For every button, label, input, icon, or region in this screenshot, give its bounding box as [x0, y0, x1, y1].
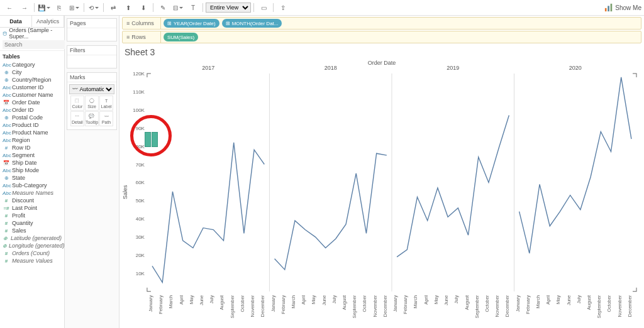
presentation-button[interactable]: ▭ — [257, 1, 270, 14]
field-product-name[interactable]: AbcProduct Name — [0, 129, 64, 136]
pages-card[interactable]: Pages — [67, 18, 117, 41]
labels-button[interactable]: T — [186, 1, 200, 14]
field-product-id[interactable]: AbcProduct ID — [0, 121, 64, 129]
svg-text:February: February — [280, 295, 286, 314]
field-longitude-generated-[interactable]: ⊕Longitude (generated) — [0, 242, 64, 249]
mark-path[interactable]: 〰Path — [99, 111, 113, 126]
tab-analytics[interactable]: Analytics — [32, 16, 64, 27]
svg-text:September: September — [230, 295, 235, 318]
field-profit[interactable]: #Profit — [0, 212, 64, 219]
svg-text:October: October — [362, 295, 367, 312]
field-city[interactable]: ⊕City — [0, 68, 64, 76]
field-type-icon: =# — [3, 205, 10, 211]
data-pane: Data Analytics Orders (Sample - Super...… — [0, 16, 65, 328]
svg-text:May: May — [433, 295, 439, 304]
svg-text:February: February — [158, 295, 164, 314]
field-order-date[interactable]: 📅Order Date — [0, 99, 64, 106]
field-postal-code[interactable]: ⊕Postal Code — [0, 114, 64, 121]
field-type-icon: Abc — [3, 190, 10, 196]
svg-text:80K: 80K — [136, 144, 145, 150]
field-country-region[interactable]: ⊕Country/Region — [0, 76, 64, 84]
field-type-icon: Abc — [3, 62, 10, 68]
group-button[interactable]: ⊟ — [171, 1, 185, 14]
show-me-button[interactable]: Show Me — [604, 3, 641, 12]
svg-text:April: April — [545, 295, 551, 304]
svg-text:March: March — [413, 295, 419, 309]
x-axis-title: Order Date — [368, 60, 396, 66]
field-ship-date[interactable]: 📅Ship Date — [0, 159, 64, 167]
svg-text:October: October — [607, 295, 613, 312]
worksheet-area: ≡Columns ⊞YEAR(Order Date) ⊞MONTH(Order … — [119, 16, 644, 328]
mark-color[interactable]: ⬚Color — [70, 96, 84, 111]
field-discount[interactable]: #Discount — [0, 197, 64, 204]
svg-text:January: January — [270, 295, 276, 312]
field-region[interactable]: AbcRegion — [0, 136, 64, 144]
sheet-title[interactable]: Sheet 3 — [119, 45, 644, 60]
field-quantity[interactable]: #Quantity — [0, 219, 64, 227]
sort-desc-button[interactable]: ⬇ — [136, 1, 150, 14]
field-type-icon: Abc — [3, 107, 10, 113]
field-sales[interactable]: #Sales — [0, 227, 64, 234]
fit-select[interactable]: Entire View — [206, 3, 251, 13]
back-button[interactable]: ← — [3, 1, 16, 14]
field-latitude-generated-[interactable]: ⊕Latitude (generated) — [0, 234, 64, 242]
columns-icon: ≡ — [126, 20, 130, 26]
clear-button[interactable]: ⟲ — [87, 1, 101, 14]
forward-button[interactable]: → — [18, 1, 31, 14]
svg-text:110K: 110K — [133, 89, 145, 95]
datasource-label: Orders (Sample - Super... — [9, 27, 62, 40]
svg-text:60K: 60K — [136, 180, 145, 185]
mark-detail[interactable]: ⋯Detail — [70, 111, 84, 126]
new-worksheet-button[interactable]: ⊞ — [67, 1, 81, 14]
field-type-icon: # — [3, 258, 10, 264]
svg-text:2019: 2019 — [447, 65, 459, 71]
tab-data[interactable]: Data — [0, 16, 32, 27]
svg-text:April: April — [179, 295, 184, 304]
svg-text:20K: 20K — [136, 253, 145, 258]
field-category[interactable]: AbcCategory — [0, 61, 64, 68]
mark-tooltip[interactable]: 💬Tooltip — [85, 111, 99, 126]
svg-text:January: January — [392, 295, 398, 312]
field-ship-mode[interactable]: AbcShip Mode — [0, 167, 64, 174]
save-button[interactable]: 💾 — [37, 1, 51, 14]
svg-text:March: March — [291, 295, 296, 309]
field-type-icon: 📅 — [3, 160, 10, 166]
svg-text:10K: 10K — [136, 271, 145, 276]
svg-text:December: December — [504, 295, 510, 317]
field-last-point[interactable]: =#Last Point — [0, 204, 64, 212]
svg-text:May: May — [311, 295, 316, 304]
pill-sales[interactable]: SUM(Sales) — [164, 33, 198, 41]
field-customer-id[interactable]: AbcCustomer ID — [0, 84, 64, 91]
sort-asc-button[interactable]: ⬆ — [121, 1, 135, 14]
field-row-id[interactable]: #Row ID — [0, 144, 64, 151]
columns-shelf[interactable]: ≡Columns ⊞YEAR(Order Date) ⊞MONTH(Order … — [122, 17, 641, 30]
field-sub-category[interactable]: AbcSub-Category — [0, 182, 64, 189]
svg-text:June: June — [321, 295, 327, 305]
highlight-button[interactable]: ✎ — [156, 1, 170, 14]
new-datasource-button[interactable]: ⎘ — [52, 1, 66, 14]
datasource-row[interactable]: Orders (Sample - Super... — [0, 28, 64, 39]
pill-year[interactable]: ⊞YEAR(Order Date) — [164, 19, 219, 28]
mark-label[interactable]: TLabel — [99, 96, 113, 111]
field-orders-count-[interactable]: #Orders (Count) — [0, 249, 64, 257]
field-segment[interactable]: AbcSegment — [0, 151, 64, 159]
mark-size[interactable]: ◯Size — [85, 96, 99, 111]
svg-text:November: November — [617, 295, 623, 317]
field-measure-values[interactable]: #Measure Values — [0, 257, 64, 265]
field-measure-names[interactable]: AbcMeasure Names — [0, 189, 64, 197]
field-type-icon: 📅 — [3, 100, 10, 106]
rows-shelf[interactable]: ≡Rows SUM(Sales) — [122, 31, 641, 43]
cards-column: Pages Filters Marks 〰 Automatic ⬚Color◯S… — [65, 16, 119, 328]
field-state[interactable]: ⊕State — [0, 174, 64, 182]
swap-button[interactable]: ⇄ — [106, 1, 120, 14]
share-button[interactable]: ⇪ — [276, 1, 290, 14]
field-order-id[interactable]: AbcOrder ID — [0, 106, 64, 114]
pill-month[interactable]: ⊞MONTH(Order Dat... — [222, 19, 282, 28]
svg-text:October: October — [240, 295, 245, 312]
field-customer-name[interactable]: AbcCustomer Name — [0, 91, 64, 99]
view[interactable]: 10K20K30K40K50K60K70K80K90K100K110K120K2… — [119, 60, 644, 328]
mark-type-select[interactable]: 〰 Automatic — [69, 84, 114, 94]
svg-text:30K: 30K — [136, 234, 145, 240]
filters-card[interactable]: Filters — [67, 45, 117, 68]
svg-rect-0 — [605, 8, 607, 11]
